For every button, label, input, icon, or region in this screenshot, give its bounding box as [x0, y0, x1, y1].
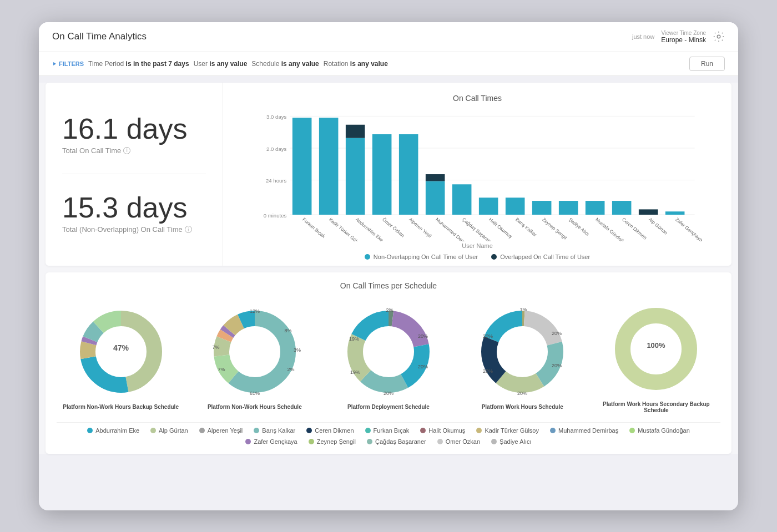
run-button[interactable]: Run: [689, 57, 725, 71]
donut-3: 2% 20% 20% 20% 19% 19% Platform Deployme…: [324, 302, 452, 410]
legend-dot-alp: [150, 428, 156, 433]
legend-dot-muhammed: [550, 428, 556, 433]
legend-label-zafer: Zafer Gençkaya: [254, 438, 297, 445]
svg-rect-21: [532, 201, 552, 215]
main-content: 16.1 days Total On Call Time i 15.3 days…: [39, 83, 738, 454]
donut-2-label: Platform Non-Work Hours Schedule: [208, 404, 302, 410]
svg-point-57: [236, 333, 273, 370]
filter-time-period[interactable]: Time Period is in the past 7 days: [88, 60, 189, 68]
legend-label-abdurrahim: Abdurrahim Eke: [95, 427, 139, 434]
svg-text:Ömer Özkan: Ömer Özkan: [381, 216, 406, 238]
svg-rect-10: [292, 118, 312, 215]
svg-text:20%: 20%: [418, 333, 428, 339]
bar-chart-title: On Call Times: [234, 94, 720, 103]
legend-dot-omer: [437, 439, 443, 444]
donut-1-svg: 47%: [71, 302, 171, 402]
svg-text:Şadiye Alıcı: Şadiye Alıcı: [568, 216, 591, 237]
donut-1-label: Platform Non-Work Hours Backup Schedule: [63, 404, 179, 410]
legend-dot-sadiye: [491, 439, 497, 444]
svg-rect-25: [639, 209, 658, 215]
legend-label-kadir: Kadir Türker Gülsoy: [485, 427, 539, 434]
filter-rotation[interactable]: Rotation is any value: [324, 60, 388, 68]
svg-rect-15: [399, 134, 418, 215]
svg-text:24 hours: 24 hours: [266, 178, 286, 184]
svg-text:19%: 19%: [350, 369, 360, 375]
svg-text:47%: 47%: [113, 343, 129, 352]
svg-point-71: [370, 333, 407, 370]
filters-label-text: FILTERS: [59, 60, 84, 67]
metrics-panel: 16.1 days Total On Call Time i 15.3 days…: [46, 83, 223, 266]
chart-x-label: User Name: [234, 242, 720, 249]
filter-schedule[interactable]: Schedule is any value: [251, 60, 319, 68]
settings-icon[interactable]: [713, 31, 725, 43]
bar-chart-area: 3.0 days 2.0 days 24 hours 0 minutes: [234, 108, 720, 241]
legend-baris: Barış Kalkar: [254, 427, 295, 434]
header-right: just now Viewer Time Zone Europe - Minsk: [632, 30, 725, 44]
legend-muhammed: Muhammed Demirbaş: [550, 427, 618, 434]
donut-section-title: On Call Times per Schedule: [57, 281, 720, 290]
bar-chart-legend: Non-Overlapping On Call Time of User Ove…: [234, 254, 720, 260]
legend-non-overlapping: Non-Overlapping On Call Time of User: [365, 254, 478, 260]
timezone-info: Viewer Time Zone Europe - Minsk: [661, 30, 706, 44]
svg-text:Ceren Dikmen: Ceren Dikmen: [621, 216, 648, 240]
legend-sadiye: Şadiye Alıcı: [491, 438, 531, 445]
info-icon-2[interactable]: i: [185, 226, 192, 233]
legend-dot-ceren: [306, 428, 312, 433]
svg-text:2.0 days: 2.0 days: [266, 145, 286, 151]
filters-toggle[interactable]: FILTERS: [52, 60, 84, 67]
svg-text:Alperen Yeşil: Alperen Yeşil: [408, 216, 433, 239]
svg-text:20%: 20%: [483, 368, 493, 374]
info-icon-1[interactable]: i: [123, 147, 130, 154]
legend-label-furkan: Furkan Bıçak: [374, 427, 410, 434]
svg-rect-14: [372, 134, 392, 215]
svg-text:2%: 2%: [287, 367, 294, 372]
donut-4-svg: 1% 20% 20% 20% 20% 20%: [472, 302, 572, 402]
legend-ceren: Ceren Dikmen: [306, 427, 354, 434]
legend-abdurrahim: Abdurrahim Eke: [87, 427, 139, 434]
svg-text:1%: 1%: [520, 307, 527, 312]
svg-text:20%: 20%: [418, 364, 428, 369]
donut-5: 100% Platform Work Hours Secondary Backu…: [592, 299, 720, 413]
svg-text:100%: 100%: [647, 341, 666, 349]
legend-label-halit: Halit Okumuş: [428, 427, 465, 434]
page-title: On Call Time Analytics: [52, 31, 147, 42]
legend-dot-mustafa: [629, 428, 635, 433]
svg-rect-18: [452, 184, 472, 215]
svg-rect-16: [426, 181, 445, 214]
legend-label-muhammed: Muhammed Demirbaş: [558, 427, 618, 434]
svg-rect-23: [586, 201, 605, 215]
legend-dot-zeynep: [309, 439, 314, 444]
donut-5-svg: 100%: [606, 299, 706, 399]
top-section: 16.1 days Total On Call Time i 15.3 days…: [46, 83, 731, 266]
legend-dot-baris: [254, 428, 259, 433]
donut-3-svg: 2% 20% 20% 20% 19% 19%: [339, 302, 438, 402]
legend-dot-abdurrahim: [87, 428, 93, 433]
bottom-section: On Call Times per Schedule: [46, 272, 731, 454]
svg-rect-13: [346, 124, 365, 138]
legend-halit: Halit Okumuş: [420, 427, 465, 434]
metric-total-oncall-label: Total On Call Time i: [62, 146, 206, 155]
legend-zeynep: Zeynep Şengil: [309, 438, 356, 445]
svg-text:7%: 7%: [218, 367, 225, 372]
metric-non-overlapping-value: 15.3 days: [62, 193, 206, 222]
svg-rect-26: [665, 211, 685, 215]
svg-point-84: [504, 333, 541, 370]
legend-kadir: Kadir Türker Gülsoy: [476, 427, 539, 434]
legend-overlapped: Overlapped On Call Time of User: [491, 254, 590, 260]
donut-4-label: Platform Work Hours Schedule: [482, 404, 563, 410]
svg-text:20%: 20%: [384, 391, 393, 396]
svg-text:19%: 19%: [349, 336, 359, 342]
svg-marker-1: [53, 62, 56, 65]
legend-furkan: Furkan Bıçak: [365, 427, 410, 434]
filter-user[interactable]: User is any value: [194, 60, 248, 68]
svg-text:Abdurrahim Eke: Abdurrahim Eke: [355, 216, 385, 241]
svg-rect-20: [506, 197, 525, 215]
legend-alp: Alp Gürtan: [150, 427, 188, 434]
donut-1: 47% Platform Non-Work Hours Backup Sched…: [57, 302, 185, 410]
svg-text:7%: 7%: [212, 344, 219, 350]
legend-dot-halit: [420, 428, 426, 433]
svg-text:61%: 61%: [250, 391, 260, 396]
legend-label-sadiye: Şadiye Alıcı: [500, 438, 531, 445]
legend-dot-furkan: [365, 428, 371, 433]
metric-non-overlapping: 15.3 days Total (Non-Overlapping) On Cal…: [62, 182, 206, 245]
